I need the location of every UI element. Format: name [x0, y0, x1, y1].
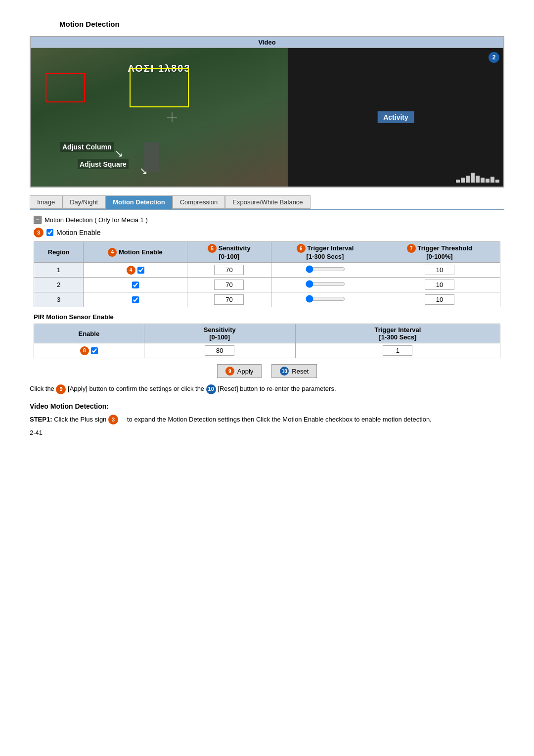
trigger-threshold-3 [379, 292, 500, 307]
motion-enable-3 [84, 292, 187, 307]
yellow-detection-box [130, 68, 189, 107]
apply-label: Apply [237, 368, 254, 375]
col-region: Region [34, 242, 84, 263]
pir-enable-checkbox[interactable] [91, 347, 98, 354]
buttons-row: 9 Apply 10 Reset [34, 364, 500, 378]
sensitivity-1 [187, 263, 271, 278]
trigger-threshold-2 [379, 278, 500, 292]
pir-section: PIR Motion Sensor Enable Enable Sensitiv… [34, 313, 500, 358]
motion-enable-checkbox[interactable] [46, 229, 53, 236]
region-3: 3 [34, 292, 84, 307]
reset-label: Reset [292, 368, 309, 375]
pir-trigger-interval-cell [295, 343, 500, 358]
adjust-column-arrow: ↘ [115, 147, 123, 159]
pir-row: 8 [34, 343, 500, 358]
sensitivity-input-1[interactable] [214, 265, 244, 275]
tab-day-night[interactable]: Day/Night [62, 195, 105, 209]
collapse-button[interactable]: − [34, 216, 42, 224]
settings-panel: − Motion Detection ( Orly for Mecia 1 ) … [30, 216, 504, 378]
center-crosshair [167, 112, 177, 122]
badge-2-container: 2 [489, 52, 499, 63]
trigger-threshold-1 [379, 263, 500, 278]
pir-title: PIR Motion Sensor Enable [34, 313, 500, 321]
video-frame-inner: ΛΟΣΙ 1λ803 Adjust Column ↘ Adjust Square… [31, 48, 288, 187]
sensitivity-3 [187, 292, 271, 307]
trigger-interval-slider-1[interactable] [306, 265, 345, 273]
pir-col-trigger-interval: Trigger Interval[1-300 Secs] [295, 324, 500, 343]
signal-bars [456, 168, 499, 183]
step1-bold: STEP1: [30, 416, 52, 423]
table-row: 2 [34, 278, 500, 292]
page-number: 2-41 [30, 429, 504, 436]
trigger-interval-1 [271, 263, 379, 278]
col-sensitivity: 5 Sensitivity[0-100] [187, 242, 271, 263]
video-frame: 1 1: 2007-02-11 20:32:16 ΛΟΣΙ 1λ803 [31, 48, 288, 187]
tab-exposure-white-balance[interactable]: Exposure/White Balance [225, 195, 310, 209]
tabs-row: Image Day/Night Motion Detection Compres… [30, 195, 504, 210]
step1-text: STEP1: Click the Plus sign 3 to expand t… [30, 414, 504, 425]
motion-enable-check-1[interactable] [137, 267, 144, 274]
description-text: Click the 9 [Apply] button to confirm th… [30, 384, 504, 394]
table-row: 1 4 [34, 263, 500, 278]
threshold-input-3[interactable] [425, 294, 454, 305]
page-title: Motion Detection [59, 20, 504, 28]
motion-enable-row: 3 Motion Enable [34, 228, 500, 237]
motion-table: Region 4 Motion Enable 5 Sensitivity[0-1… [34, 241, 500, 307]
sensitivity-input-2[interactable] [214, 280, 244, 290]
video-motion-title: Video Motion Detection: [30, 402, 504, 410]
pir-sensitivity-input[interactable] [205, 345, 234, 356]
pir-table: Enable Sensitivity[0-100] Trigger Interv… [34, 324, 500, 358]
motion-enable-check-2[interactable] [132, 282, 139, 288]
motion-enable-1: 4 [84, 263, 187, 278]
pir-col-enable: Enable [34, 324, 144, 343]
sensitivity-2 [187, 278, 271, 292]
trigger-interval-3 [271, 292, 379, 307]
reset-button[interactable]: 10 Reset [271, 364, 317, 378]
region-1: 1 [34, 263, 84, 278]
trigger-interval-2 [271, 278, 379, 292]
red-detection-box [45, 73, 85, 102]
apply-button[interactable]: 9 Apply [217, 364, 262, 378]
tab-image[interactable]: Image [30, 195, 62, 209]
motion-enable-label: Motion Enable [56, 229, 101, 236]
scene-element [144, 142, 159, 172]
adjust-column-label: Adjust Column [60, 142, 114, 152]
tab-compression[interactable]: Compression [173, 195, 225, 209]
threshold-input-2[interactable] [425, 280, 454, 290]
trigger-interval-slider-3[interactable] [306, 295, 345, 303]
adjust-square-label: Adjust Square [78, 159, 129, 169]
region-2: 2 [34, 278, 84, 292]
sensitivity-input-3[interactable] [214, 294, 244, 305]
trigger-interval-slider-2[interactable] [306, 280, 345, 288]
col-motion-enable: 4 Motion Enable [84, 242, 187, 263]
pir-col-sensitivity: Sensitivity[0-100] [144, 324, 295, 343]
video-header: Video [31, 37, 503, 48]
threshold-input-1[interactable] [425, 265, 454, 275]
col-trigger-threshold: 7 Trigger Threshold[0-100%] [379, 242, 500, 263]
video-right-panel: 2 Activity [288, 48, 503, 187]
pir-sensitivity-cell [144, 343, 295, 358]
pir-trigger-interval-input[interactable] [383, 345, 412, 356]
col-trigger-interval: 6 Trigger Interval[1-300 Secs] [271, 242, 379, 263]
section-header-row: − Motion Detection ( Orly for Mecia 1 ) [34, 216, 500, 224]
table-row: 3 [34, 292, 500, 307]
motion-enable-check-3[interactable] [132, 296, 139, 303]
tab-motion-detection[interactable]: Motion Detection [105, 195, 172, 209]
section-header-text: Motion Detection ( Orly for Mecia 1 ) [44, 216, 148, 224]
activity-label: Activity [377, 111, 414, 123]
video-panel: Video 1 1: 2007-02-11 20:32:16 ΛΟΣΙ 1λ80… [30, 36, 504, 188]
motion-enable-2 [84, 278, 187, 292]
pir-enable-cell: 8 [34, 343, 144, 358]
